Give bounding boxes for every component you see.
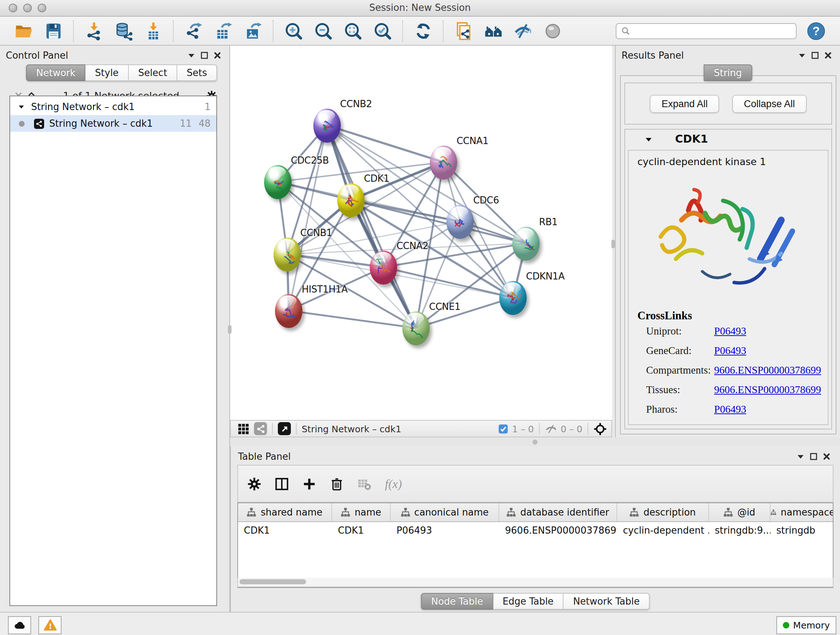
zoom-fit-icon[interactable] (338, 19, 368, 43)
network-edge-hist1h1a-ccne1[interactable] (289, 310, 416, 328)
panel-menu-icon[interactable] (185, 50, 197, 60)
network-node-cdc6[interactable] (447, 204, 474, 239)
hide-selected-icon[interactable] (508, 19, 538, 43)
network-node-ccne1[interactable] (402, 311, 430, 345)
collection-expand-caret-icon[interactable] (17, 103, 25, 111)
horizontal-splitter[interactable] (230, 437, 840, 446)
tab-edge-table[interactable]: Edge Table (493, 593, 564, 610)
new-network-from-selection-icon[interactable] (448, 19, 478, 43)
gene-section-header[interactable]: CDK1 (625, 130, 831, 149)
network-edge-ccna2-cdkn1a[interactable] (384, 267, 513, 298)
search-input[interactable] (631, 25, 791, 36)
zoom-selected-icon[interactable] (368, 19, 397, 43)
show-all-icon[interactable] (538, 19, 567, 43)
split-columns-icon[interactable] (273, 475, 290, 492)
table-cell-id[interactable]: stringdb:9... (709, 524, 771, 535)
expand-all-button[interactable]: Expand All (650, 95, 720, 112)
save-session-icon[interactable] (38, 19, 68, 43)
column-header-name[interactable]: name (332, 503, 391, 521)
network-edge-ccnb2-ccne1[interactable] (327, 125, 416, 328)
hidden-eye-icon[interactable] (545, 423, 557, 435)
import-network-icon[interactable] (79, 19, 109, 43)
warning-status-button[interactable] (38, 616, 62, 634)
grid-view-icon[interactable] (235, 424, 251, 434)
panel-menu-icon[interactable] (795, 50, 808, 60)
search-box[interactable] (616, 23, 797, 39)
table-settings-gear-icon[interactable] (245, 475, 263, 492)
memory-button[interactable]: Memory (776, 616, 836, 634)
zoom-in-icon[interactable] (279, 19, 308, 43)
network-node-rb1[interactable] (512, 226, 540, 260)
panel-float-icon[interactable] (807, 451, 820, 461)
crosslink-link-compartments[interactable]: 9606.ENSP00000378699 (714, 364, 821, 377)
tab-select[interactable]: Select (129, 65, 177, 81)
zoom-out-icon[interactable] (308, 19, 338, 43)
panel-close-icon[interactable] (821, 50, 834, 60)
tab-network-table[interactable]: Network Table (564, 593, 650, 610)
right-splitter-handle[interactable] (611, 240, 615, 249)
column-header-id[interactable]: @id (709, 503, 771, 521)
section-collapse-caret-icon[interactable] (644, 134, 653, 144)
column-header-namespace[interactable]: namespace (771, 503, 834, 521)
tab-string[interactable]: String (704, 65, 752, 81)
cloud-status-button[interactable] (8, 616, 31, 634)
panel-float-icon[interactable] (197, 50, 210, 60)
string-network-icon[interactable] (254, 422, 267, 435)
refresh-icon[interactable] (408, 19, 438, 43)
table-cell-database-identifier[interactable]: 9606.ENSP00000378699 (499, 524, 617, 535)
table-row[interactable]: CDK1CDK1P064939606.ENSP00000378699cyclin… (238, 522, 833, 538)
table-cell-name[interactable]: CDK1 (332, 524, 391, 535)
network-node-cdkn1a[interactable] (499, 280, 527, 315)
network-node-hist1h1a[interactable] (275, 294, 302, 328)
column-header-shared-name[interactable]: shared name (238, 503, 332, 521)
column-header-description[interactable]: description (617, 503, 709, 521)
network-node-cdk1[interactable] (337, 183, 365, 217)
add-column-icon[interactable] (300, 475, 317, 492)
export-network-icon[interactable] (179, 19, 208, 43)
splitter-handle[interactable] (532, 440, 538, 445)
houses-icon[interactable] (478, 19, 508, 43)
network-edge-ccnb2-rb1[interactable] (327, 125, 526, 243)
network-node-ccnb2[interactable] (313, 108, 341, 142)
table-cell-shared-name[interactable]: CDK1 (238, 524, 332, 535)
panel-menu-icon[interactable] (794, 451, 807, 461)
network-node-cdc25b[interactable] (264, 165, 292, 199)
delete-column-icon[interactable] (328, 475, 345, 492)
crosslink-link-uniprot[interactable]: P06493 (714, 325, 746, 337)
tab-node-table[interactable]: Node Table (421, 593, 493, 610)
selected-checkbox-icon[interactable] (498, 423, 508, 434)
column-header-database-identifier[interactable]: database identifier (499, 503, 617, 521)
node-table[interactable]: shared namenamecanonical namedatabase id… (237, 502, 834, 588)
export-image-icon[interactable] (238, 19, 268, 43)
network-view-canvas[interactable]: CCNB2CCNA1CDC25BCDK1CDC6RB1CCNB1CCNA2CDK… (230, 46, 612, 420)
network-node-ccnb1[interactable] (273, 237, 301, 271)
table-cell-namespace[interactable]: stringdb (771, 524, 834, 535)
tab-style[interactable]: Style (86, 65, 129, 81)
collapse-all-button[interactable]: Collapse All (732, 95, 806, 112)
network-node-ccna2[interactable] (370, 250, 397, 284)
open-file-icon[interactable] (9, 19, 38, 43)
table-cell-description[interactable]: cyclin-dependent ... (617, 524, 709, 535)
export-table-icon[interactable] (208, 19, 238, 43)
tab-network[interactable]: Network (26, 65, 86, 81)
crosslink-link-genecard[interactable]: P06493 (714, 345, 746, 357)
panel-close-icon[interactable] (820, 451, 833, 461)
crosslink-link-pharos[interactable]: P06493 (714, 403, 746, 416)
table-horizontal-scrollbar[interactable] (237, 578, 834, 587)
scrollbar-thumb[interactable] (240, 579, 306, 584)
table-cell-canonical-name[interactable]: P06493 (391, 524, 499, 535)
left-splitter-handle[interactable] (228, 325, 232, 334)
column-header-canonical-name[interactable]: canonical name (391, 503, 499, 521)
tab-sets[interactable]: Sets (177, 65, 217, 81)
panel-float-icon[interactable] (808, 50, 821, 60)
external-link-icon[interactable] (278, 422, 291, 435)
panel-close-icon[interactable] (210, 50, 224, 60)
help-icon[interactable] (807, 21, 826, 40)
network-collection-row[interactable]: String Network – cdk1 1 (10, 98, 216, 115)
import-network-from-database-icon[interactable] (109, 19, 138, 43)
import-table-icon[interactable] (138, 19, 168, 43)
network-node-ccna1[interactable] (430, 145, 457, 179)
network-edge-ccnb2-ccna1[interactable] (327, 125, 444, 162)
network-row-selected[interactable]: String Network – cdk1 11 48 (10, 115, 216, 132)
crosshair-icon[interactable] (593, 422, 607, 435)
